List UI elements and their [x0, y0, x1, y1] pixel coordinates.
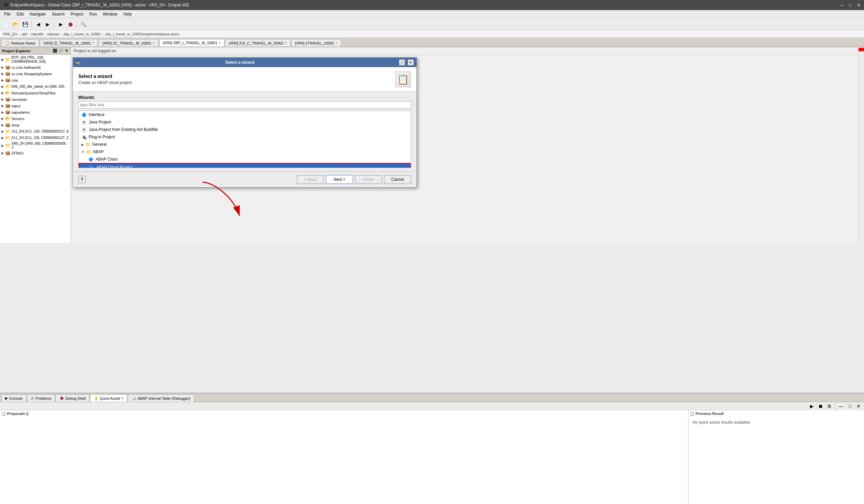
menu-file[interactable]: File [1, 11, 13, 17]
tree-arrow: ▶ [1, 123, 4, 127]
tree-item-rocinante[interactable]: ▶ 📦 rocinante [0, 96, 71, 102]
plugin-icon: 🔌 [81, 134, 87, 140]
tree-arrow: ▶ [1, 130, 4, 133]
finish-button[interactable]: Finish [355, 175, 382, 184]
tree-item-remote[interactable]: ▶ 📂 RemoteSystemsTempFiles [0, 90, 71, 96]
previous-result-message: No quick assist results available [690, 417, 863, 427]
wizard-list[interactable]: 🔷 Interface ☕ Java Project ☕ Java Projec… [78, 111, 411, 168]
toolbar-sep3 [76, 21, 77, 28]
wizard-item-abap-class[interactable]: 🔷 ABAP Class [79, 156, 411, 163]
toolbar-back[interactable]: ◀ [34, 20, 42, 28]
wizard-item-java-ant[interactable]: ☕ Java Project from Existing Ant Buildfi… [79, 126, 411, 133]
tab-close-zc[interactable]: × [153, 41, 155, 45]
bottom-tab-debug-shell[interactable]: 🐞 Debug Shell [56, 394, 89, 402]
wizard-item-plugin[interactable]: 🔌 Plug-in Project [79, 133, 411, 141]
toolbar-search[interactable]: 🔍 [79, 20, 87, 28]
tree-item-shop[interactable]: ▶ 📦 shop [0, 122, 71, 128]
wizard-item-java-project[interactable]: ☕ Java Project [79, 119, 411, 126]
java-icon: ☕ [81, 120, 87, 125]
bottom-panel: ▶ Console ⚠ Problems 🐞 Debug Shell 💡 Qui… [0, 393, 864, 504]
bottom-stop-btn[interactable]: ⏹ [816, 402, 825, 410]
breadcrumb-file[interactable]: zbp_i_travel_m_10001implementations.acin… [105, 32, 179, 36]
tree-item-sapuidemo[interactable]: ▶ 📦 sapuidemo [0, 109, 71, 115]
tree-item-xr0zh[interactable]: ▶ 📁 XR0_ZH [XR0, 080, CB9980000009, Z [0, 141, 71, 150]
close-btn[interactable]: ✕ [857, 3, 861, 8]
toolbar-open[interactable]: 📂 [11, 20, 20, 28]
toolbar-new[interactable]: 📄 [2, 20, 10, 28]
tab-icon-release: 📋 [5, 41, 10, 45]
tab-close-zui[interactable]: × [285, 41, 287, 45]
toolbar-debug[interactable]: 🐞 [66, 20, 74, 28]
tree-item-zfinui[interactable]: ▶ 📦 ZFINUI [0, 150, 71, 156]
tab-close-zbp[interactable]: × [219, 41, 221, 45]
dialog-footer: ? < Back Next > Finish Cancel [73, 171, 417, 187]
tab-zc-travel[interactable]: [XR0] ZC_TRAVEL_M_10001 × [98, 39, 158, 47]
bottom-tab-problems[interactable]: ⚠ Problems [27, 394, 55, 402]
quick-assist-close[interactable]: × [121, 396, 123, 400]
tree-arrow: ▶ [1, 91, 4, 95]
maximize-btn[interactable]: □ [849, 3, 852, 8]
wizard-item-interface[interactable]: 🔷 Interface [79, 111, 411, 119]
collapse-icon[interactable]: ⬛ [53, 49, 57, 53]
tree-item-btp[interactable]: ▶ 📁 BTP_EN [TRL, 100, CB9980000428, EN] [0, 55, 71, 64]
menu-help[interactable]: Help [121, 11, 135, 17]
bottom-settings-btn[interactable]: ⚙ [825, 402, 833, 410]
toolbar-forward[interactable]: ▶ [44, 20, 52, 28]
tab-close-ztravel[interactable]: × [335, 41, 337, 45]
menu-run[interactable]: Run [87, 11, 99, 17]
wizard-category-general[interactable]: ▶ 📁 General [79, 141, 411, 148]
debug-shell-icon: 🐞 [59, 396, 64, 401]
link-icon[interactable]: 🔗 [59, 49, 63, 53]
dialog-maximize-btn[interactable]: □ [399, 59, 405, 65]
next-button[interactable]: Next > [326, 175, 353, 184]
bottom-tab-console[interactable]: ▶ Console [1, 394, 26, 402]
tab-release-notes[interactable]: 📋 Release Notes [1, 39, 39, 47]
bottom-run-btn[interactable]: ▶ [808, 402, 816, 410]
tab-close-zi[interactable]: × [93, 41, 95, 45]
tree-item-helloworld[interactable]: ▶ 📦 cc.cnix.helloworld [0, 64, 71, 71]
breadcrumb-classlib[interactable]: classlib [31, 32, 43, 36]
tree-item-sapui[interactable]: ▶ 📦 sapui [0, 102, 71, 109]
bottom-close-btn[interactable]: ✕ [854, 402, 863, 410]
breadcrumb-root[interactable]: XR0_ZH [3, 32, 17, 36]
bottom-tab-quick-assist[interactable]: 💡 Quick Assist × [90, 394, 127, 402]
menu-navigate[interactable]: Navigate [27, 11, 48, 17]
tab-zbp-travel[interactable]: [XR0] ZBP_I_TRAVEL_M_10001 × [159, 39, 225, 47]
filter-icon[interactable]: ▼ [65, 49, 69, 53]
tab-zi-travel[interactable]: [XR0] ZI_TRAVEL_M_10001 × [40, 39, 98, 47]
tree-item-servers[interactable]: ▶ 📂 Servers [0, 115, 71, 122]
tree-item-shopping[interactable]: ▶ 📦 cc.cnix.ShoppingSystem [0, 71, 71, 77]
toolbar-save[interactable]: 💾 [21, 20, 29, 28]
tree-arrow: ▶ [1, 98, 4, 101]
breadcrumb-zbp[interactable]: zbp_i_travel_m_10001 [63, 32, 101, 36]
tree-item-x11zh[interactable]: ▶ 📁 X11_ZH [X11, 100, CB9980000127, Z [0, 135, 71, 141]
menu-project[interactable]: Project [68, 11, 86, 17]
minimize-btn[interactable]: ─ [840, 3, 843, 8]
toolbar-run[interactable]: ▶ [57, 20, 65, 28]
tab-ztravel[interactable]: [XR0] ZTRAVEL_10001 × [291, 39, 341, 47]
menu-window[interactable]: Window [100, 11, 120, 17]
dialog-close-btn[interactable]: ✕ [408, 59, 414, 65]
tree-item-d66[interactable]: ▶ 📁 D66_200_dlw_yakub_en [D66, 200, [0, 83, 71, 90]
breadcrumb-adt[interactable]: .adt [21, 32, 27, 36]
bottom-maximize-btn[interactable]: □ [846, 402, 854, 410]
bottom-minimize-btn[interactable]: — [837, 402, 845, 410]
tree-arrow: ▶ [1, 78, 4, 82]
filter-input[interactable] [78, 101, 411, 109]
tree-arrow: ▶ [1, 136, 4, 140]
help-button[interactable]: ? [78, 176, 86, 183]
menu-search[interactable]: Search [49, 11, 67, 17]
tree-item-cnix[interactable]: ▶ 📦 cnix [0, 77, 71, 83]
dialog-header-text: Select a wizard Create an ABAP cloud pro… [78, 74, 132, 85]
tree-arrow: ▶ [1, 104, 4, 108]
breadcrumb-classes[interactable]: classes [47, 32, 60, 36]
window-controls[interactable]: ─ □ ✕ [840, 3, 861, 8]
wizard-item-abap-cloud[interactable]: 🔷 ABAP Cloud Project [79, 163, 411, 168]
bottom-tab-internal-table[interactable]: 📊 ABAP Internal Table (Debugger) [128, 394, 194, 402]
wizard-category-abap[interactable]: ▼ 📁 ABAP [79, 148, 411, 156]
tab-zui-travel[interactable]: [XR0] ZUI_C_TRAVEL_M_10001 × [225, 39, 291, 47]
back-button[interactable]: < Back [297, 175, 324, 184]
cancel-button[interactable]: Cancel [384, 175, 411, 184]
tree-item-x11en[interactable]: ▶ 📁 X11_EN [X11, 100, CB9980000127, E [0, 128, 71, 135]
menu-edit[interactable]: Edit [14, 11, 26, 17]
